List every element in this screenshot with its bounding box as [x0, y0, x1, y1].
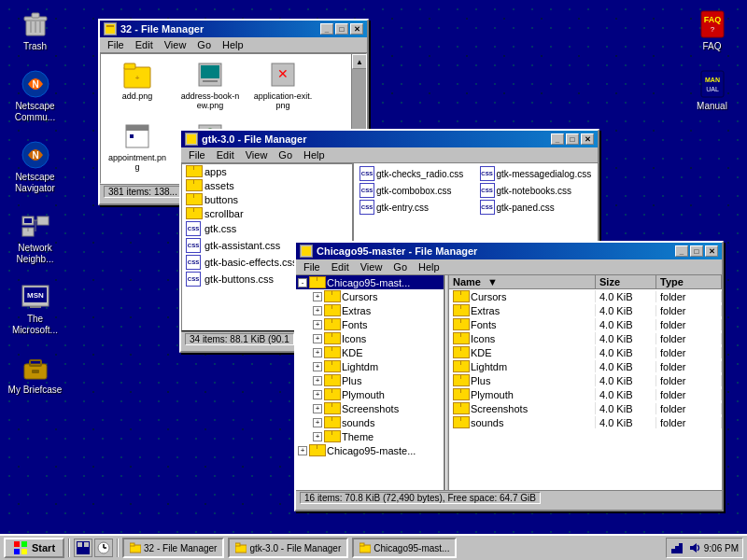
- gtk-item-assets[interactable]: assets: [182, 178, 352, 192]
- tree-item-fonts[interactable]: + Fonts: [296, 317, 444, 331]
- taskbar-btn-chicago[interactable]: Chicago95-mast...: [352, 538, 457, 558]
- menu-file-chicago[interactable]: File: [298, 260, 326, 273]
- detail-row-plus[interactable]: Plus 4.0 KiB folder: [449, 373, 722, 387]
- tree-item-theme[interactable]: + Theme: [296, 429, 444, 443]
- desktop-icon-netscape-nav[interactable]: N Netscape Navigator: [5, 140, 65, 194]
- tree-item-plymouth[interactable]: + Plymouth: [296, 387, 444, 401]
- menu-go-chicago[interactable]: Go: [388, 260, 413, 273]
- menu-file-32[interactable]: File: [102, 38, 130, 51]
- file-item-appointment[interactable]: appointment.png: [105, 119, 170, 174]
- col-name-header[interactable]: Name ▼: [449, 275, 596, 288]
- svg-rect-33: [124, 63, 135, 69]
- gtk-right-paned[interactable]: CSS gtk-paned.css: [476, 199, 597, 216]
- tree-item-screenshots[interactable]: + Screenshots: [296, 401, 444, 415]
- start-button[interactable]: Start: [4, 538, 64, 558]
- tree-expand-root2[interactable]: +: [298, 446, 307, 455]
- minimize-btn-chicago[interactable]: _: [675, 245, 688, 257]
- chicago-tree-pane: - Chicago95-mast... + Cursors + Extras: [296, 275, 445, 490]
- menu-go-32[interactable]: Go: [191, 38, 217, 51]
- close-btn-gtk[interactable]: ✕: [581, 133, 594, 145]
- detail-row-extras[interactable]: Extras 4.0 KiB folder: [449, 303, 722, 317]
- gtk-item-apps[interactable]: apps: [182, 164, 352, 178]
- menu-view-32[interactable]: View: [159, 38, 192, 51]
- scroll-up-32[interactable]: ▲: [352, 54, 367, 69]
- tree-expand-icons[interactable]: +: [313, 334, 322, 343]
- detail-row-icons[interactable]: Icons 4.0 KiB folder: [449, 331, 722, 345]
- tree-item-icons[interactable]: + Icons: [296, 331, 444, 345]
- tree-expand-sounds[interactable]: +: [313, 418, 322, 427]
- menu-edit-chicago[interactable]: Edit: [326, 260, 355, 273]
- gtk-right-msgdialog[interactable]: CSS gtk-messagedialog.css: [476, 165, 597, 182]
- file-item-exit[interactable]: ✕ application-exit.png: [250, 58, 316, 112]
- gtk-item-buttons[interactable]: buttons: [182, 192, 352, 206]
- tree-item-sounds[interactable]: + sounds: [296, 415, 444, 429]
- tree-expand-kde[interactable]: +: [313, 348, 322, 357]
- minimize-btn-gtk[interactable]: _: [551, 133, 564, 145]
- close-btn-32[interactable]: ✕: [350, 23, 363, 35]
- tree-item-root[interactable]: - Chicago95-mast...: [296, 275, 444, 289]
- tree-item-extras[interactable]: + Extras: [296, 303, 444, 317]
- menu-file-gtk[interactable]: File: [183, 148, 211, 161]
- gtk-right-combobox[interactable]: CSS gtk-combobox.css: [356, 182, 476, 199]
- detail-row-lightdm[interactable]: Lightdm 4.0 KiB folder: [449, 359, 722, 373]
- gtk-item-scrollbar[interactable]: scrollbar: [182, 206, 352, 220]
- gtk-right-entry[interactable]: CSS gtk-entry.css: [356, 199, 476, 216]
- maximize-btn-gtk[interactable]: □: [566, 133, 579, 145]
- menu-help-32[interactable]: Help: [217, 38, 249, 51]
- gtk-right-checks[interactable]: CSS gtk-checks_radio.css: [356, 165, 476, 182]
- maximize-btn-32[interactable]: □: [335, 23, 348, 35]
- tree-expand-lightdm[interactable]: +: [313, 362, 322, 371]
- detail-row-fonts[interactable]: Fonts 4.0 KiB folder: [449, 317, 722, 331]
- desktop-icon-msn[interactable]: MSN The Microsoft...: [5, 282, 65, 336]
- titlebar-chicago[interactable]: Chicago95-master - File Manager _ □ ✕: [296, 243, 722, 259]
- file-name-address: address-book-new.png: [179, 91, 241, 110]
- minimize-btn-32[interactable]: _: [320, 23, 333, 35]
- menu-edit-gtk[interactable]: Edit: [211, 148, 240, 161]
- tree-item-root2[interactable]: + Chicago95-maste...: [296, 443, 444, 457]
- tree-expand-extras[interactable]: +: [313, 306, 322, 315]
- taskbar-icon-2[interactable]: [94, 539, 113, 557]
- svg-rect-22: [30, 360, 41, 366]
- menu-help-gtk[interactable]: Help: [298, 148, 331, 161]
- maximize-btn-chicago[interactable]: □: [690, 245, 703, 257]
- detail-row-sounds[interactable]: sounds 4.0 KiB folder: [449, 415, 722, 429]
- detail-row-plymouth[interactable]: Plymouth 4.0 KiB folder: [449, 387, 722, 401]
- file-item-add[interactable]: + add.png: [105, 58, 170, 112]
- tree-expand-plus[interactable]: +: [313, 376, 322, 385]
- taskbar-icon-1[interactable]: [74, 539, 92, 557]
- menu-go-gtk[interactable]: Go: [273, 148, 298, 161]
- menu-help-chicago[interactable]: Help: [413, 260, 445, 273]
- close-btn-chicago[interactable]: ✕: [705, 245, 718, 257]
- desktop-icon-briefcase[interactable]: My Briefcase: [5, 353, 65, 396]
- menu-edit-32[interactable]: Edit: [130, 38, 159, 51]
- menu-view-chicago[interactable]: View: [355, 260, 388, 273]
- gtk-right-notebooks[interactable]: CSS gtk-notebooks.css: [476, 182, 597, 199]
- taskbar-btn-gtk[interactable]: gtk-3.0 - File Manager: [228, 538, 348, 558]
- tree-expand-root[interactable]: -: [298, 278, 307, 287]
- tree-item-kde[interactable]: + KDE: [296, 345, 444, 359]
- detail-row-kde[interactable]: KDE 4.0 KiB folder: [449, 345, 722, 359]
- desktop-icon-network[interactable]: Network Neighb...: [5, 211, 65, 265]
- tree-expand-screenshots[interactable]: +: [313, 404, 322, 413]
- col-type-header[interactable]: Type: [656, 275, 722, 288]
- col-size-header[interactable]: Size: [596, 275, 656, 288]
- detail-row-screenshots[interactable]: Screenshots 4.0 KiB folder: [449, 401, 722, 415]
- tree-expand-plymouth[interactable]: +: [313, 390, 322, 399]
- menu-view-gtk[interactable]: View: [240, 148, 274, 161]
- taskbar-btn-32[interactable]: 32 - File Manager: [122, 538, 224, 558]
- tree-expand-fonts[interactable]: +: [313, 320, 322, 329]
- titlebar-32[interactable]: 32 - File Manager _ □ ✕: [100, 21, 367, 37]
- tree-item-cursors[interactable]: + Cursors: [296, 289, 444, 303]
- desktop-icon-manual[interactable]: MAN UAL Manual: [682, 69, 742, 112]
- tree-item-lightdm[interactable]: + Lightdm: [296, 359, 444, 373]
- tree-expand-theme[interactable]: +: [313, 432, 322, 441]
- tree-expand-cursors[interactable]: +: [313, 292, 322, 301]
- detail-row-cursors[interactable]: Cursors 4.0 KiB folder: [449, 289, 722, 303]
- desktop-icon-netscape-comm[interactable]: N Netscape Commu...: [5, 69, 65, 123]
- file-item-address[interactable]: address-book-new.png: [177, 58, 243, 112]
- desktop-icon-trash[interactable]: Trash: [5, 9, 65, 52]
- tree-item-plus[interactable]: + Plus: [296, 373, 444, 387]
- desktop-icon-faq[interactable]: FAQ ? FAQ: [682, 9, 742, 52]
- titlebar-gtk[interactable]: gtk-3.0 - File Manager _ □ ✕: [181, 131, 598, 147]
- gtk-item-gtk-css[interactable]: CSS gtk.css: [182, 220, 352, 237]
